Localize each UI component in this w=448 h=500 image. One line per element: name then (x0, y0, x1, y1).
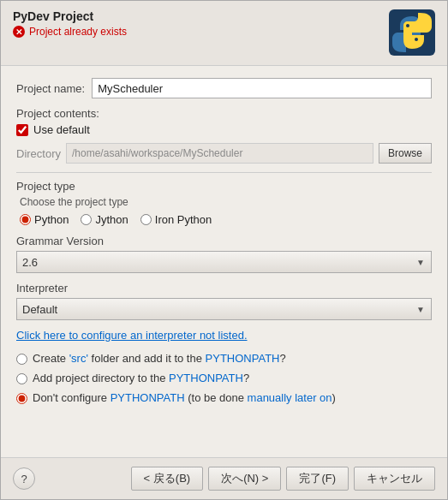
directory-row: Directory Browse (16, 143, 432, 164)
dialog-footer: ? < 戻る(B) 次へ(N) > 完了(F) キャンセル (1, 457, 447, 499)
radio-ironpython-input[interactable] (140, 214, 152, 225)
dialog-title: PyDev Project (13, 9, 127, 23)
browse-button[interactable]: Browse (379, 143, 432, 164)
pythonpath-label-3: Don't configure PYTHONPATH (to be done m… (33, 391, 336, 404)
use-default-checkbox[interactable] (16, 124, 28, 136)
grammar-label: Grammar Version (16, 235, 432, 247)
project-type-label: Project type (16, 180, 432, 193)
header-left: PyDev Project ✕ Project already exists (13, 9, 127, 38)
finish-button[interactable]: 完了(F) (286, 467, 349, 491)
cancel-button[interactable]: キャンセル (354, 467, 435, 491)
radio-python: Python (20, 213, 69, 226)
svg-point-1 (406, 24, 409, 27)
directory-input[interactable] (66, 143, 373, 164)
radio-python-input[interactable] (20, 214, 31, 225)
pythonpath-radio-3[interactable] (16, 393, 27, 404)
directory-label: Directory (16, 147, 61, 160)
interpreter-row: Interpreter Default (16, 282, 432, 320)
radio-jython-input[interactable] (81, 214, 92, 225)
divider-1 (16, 172, 432, 173)
radio-jython: Jython (81, 213, 128, 226)
interpreter-label: Interpreter (16, 282, 432, 295)
interpreter-dropdown-wrapper: Default (16, 298, 432, 320)
radio-python-label: Python (34, 213, 69, 226)
pydev-project-dialog: PyDev Project ✕ Project already exists P… (0, 0, 448, 500)
use-default-row: Use default (16, 123, 432, 136)
configure-link-row: Click here to configure an interpreter n… (16, 329, 432, 342)
pythonpath-option-1: Create 'src' folder and add it to the PY… (16, 352, 432, 365)
pythonpath-label-1: Create 'src' folder and add it to the PY… (33, 352, 286, 365)
pythonpath-radio-2[interactable] (16, 373, 27, 384)
radio-jython-label: Jython (95, 213, 128, 226)
configure-link[interactable]: Click here to configure an interpreter n… (16, 329, 248, 342)
pythonpath-radio-1[interactable] (16, 354, 27, 365)
pythonpath-option-2: Add project directory to the PYTHONPATH? (16, 372, 432, 384)
dialog-content: Project name: Project contents: Use defa… (1, 66, 447, 457)
error-icon: ✕ (13, 26, 25, 38)
pythonpath-label-2: Add project directory to the PYTHONPATH? (33, 372, 249, 384)
project-type-sublabel: Choose the project type (20, 196, 432, 208)
pythonpath-option-3: Don't configure PYTHONPATH (to be done m… (16, 391, 432, 404)
radio-ironpython: Iron Python (140, 213, 212, 226)
footer-buttons: < 戻る(B) 次へ(N) > 完了(F) キャンセル (131, 467, 435, 491)
use-default-label: Use default (33, 123, 90, 136)
help-button[interactable]: ? (13, 467, 35, 490)
back-button[interactable]: < 戻る(B) (131, 467, 204, 491)
project-contents-label: Project contents: (16, 107, 432, 120)
next-button[interactable]: 次へ(N) > (208, 467, 281, 491)
project-name-row: Project name: (16, 78, 432, 98)
header-error: ✕ Project already exists (13, 26, 127, 38)
python-logo (389, 9, 435, 58)
error-message: Project already exists (29, 26, 127, 38)
project-name-input[interactable] (92, 78, 432, 98)
interpreter-dropdown[interactable]: Default (16, 298, 432, 320)
project-type-radio-group: Python Jython Iron Python (20, 213, 432, 226)
dialog-header: PyDev Project ✕ Project already exists (1, 1, 447, 66)
project-name-label: Project name: (16, 82, 85, 95)
radio-ironpython-label: Iron Python (155, 213, 212, 226)
grammar-row: Grammar Version 2.6 2.7 3.0 3.1 3.2 (16, 235, 432, 273)
grammar-dropdown-wrapper: 2.6 2.7 3.0 3.1 3.2 (16, 251, 432, 273)
grammar-dropdown[interactable]: 2.6 2.7 3.0 3.1 3.2 (16, 251, 432, 273)
svg-point-2 (415, 38, 418, 41)
